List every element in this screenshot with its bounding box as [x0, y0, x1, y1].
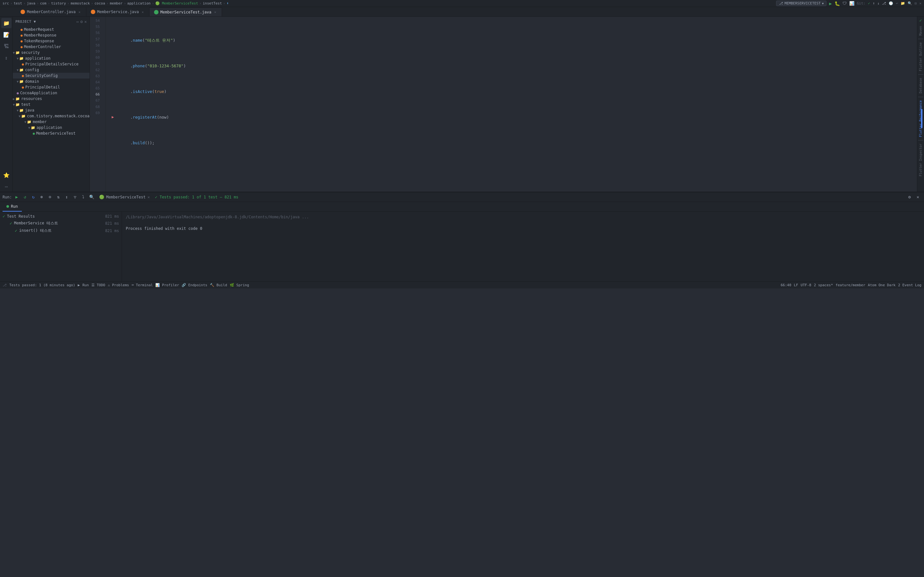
- toggle-collapse-button[interactable]: ⊖: [47, 193, 53, 201]
- tab-membercontroller[interactable]: MemberController.java ✕: [16, 7, 86, 16]
- code-content[interactable]: .name("테스트 유저") .phone("010-1234-5678") …: [106, 17, 917, 192]
- lf-text[interactable]: LF: [794, 283, 798, 287]
- git-up-icon[interactable]: ↑: [873, 1, 875, 5]
- run-green-icon[interactable]: ▶: [829, 1, 832, 6]
- tab-close-icon3[interactable]: ✕: [213, 10, 217, 14]
- tree-item-java2[interactable]: ▼ 📁 java: [13, 107, 89, 113]
- profiler-label[interactable]: 📊 Profiler: [155, 283, 179, 287]
- terminal-label[interactable]: ⌨ Terminal: [132, 283, 153, 287]
- bc-tistory[interactable]: tistory: [51, 1, 66, 5]
- flutter-outline-label[interactable]: Flutter Outline: [919, 41, 922, 73]
- todo-label[interactable]: ☰ TODO: [91, 283, 105, 287]
- bc-com[interactable]: com: [40, 1, 47, 5]
- tree-item-memberservicetest[interactable]: ● MemberServiceTest: [13, 131, 89, 136]
- tree-item-domain[interactable]: ▼ 📁 domain: [13, 79, 89, 84]
- settings-button[interactable]: ⚙: [906, 193, 913, 201]
- problems-label[interactable]: ⚠ Problems: [108, 283, 129, 287]
- bc-memostack[interactable]: memostack: [71, 1, 90, 5]
- sort-alpha-button[interactable]: ⇅: [55, 193, 62, 201]
- tree-item-member2[interactable]: ▼ 📁 member: [13, 119, 89, 125]
- bug-icon[interactable]: 🐛: [835, 1, 840, 6]
- test-case-row[interactable]: ✓ insert() 테스트 821 ms: [0, 227, 121, 234]
- tree-item-membercontroller[interactable]: ● MemberController: [13, 44, 89, 50]
- tree-item-principaldetail[interactable]: ● PrincipalDetail: [13, 84, 89, 90]
- folder-icon[interactable]: 📁: [901, 1, 905, 5]
- tree-item-memberrequest[interactable]: ● MemberRequest: [13, 27, 89, 32]
- sidebar-structure-icon[interactable]: 🏗: [1, 41, 11, 51]
- bc-member[interactable]: member: [110, 1, 123, 5]
- tree-close-icon[interactable]: ✕: [84, 19, 87, 24]
- tab-close-icon2[interactable]: ✕: [141, 10, 145, 14]
- test-root-row[interactable]: ✓ Test Results 821 ms: [0, 213, 121, 219]
- clock-icon[interactable]: 🕐: [889, 1, 893, 5]
- build-label[interactable]: 🔨 Build: [210, 283, 227, 287]
- bc-test[interactable]: test: [14, 1, 23, 5]
- bc-insettest[interactable]: insetTest: [203, 1, 222, 5]
- run-status-icon[interactable]: ▶: [78, 283, 80, 287]
- filter-button[interactable]: ▽: [71, 193, 79, 201]
- bc-cocoa[interactable]: cocoa: [94, 1, 105, 5]
- spring-label[interactable]: 🌿 Spring: [230, 283, 249, 287]
- database-label[interactable]: Database: [919, 77, 922, 95]
- git-icon[interactable]: ⎇: [3, 283, 7, 287]
- test-suite-row[interactable]: ✓ MemberService 테스트 821 ms: [0, 219, 121, 227]
- tree-item-label: MemberRequest: [24, 27, 54, 32]
- tree-item-principaldetailsservice[interactable]: ● PrincipalDetailsService: [13, 61, 89, 67]
- tab-close-icon[interactable]: ✕: [78, 10, 81, 14]
- sidebar-project-icon[interactable]: 📁: [1, 18, 11, 28]
- close-icon[interactable]: ✕: [919, 1, 921, 5]
- tree-item-test[interactable]: ▼ 📁 test: [13, 102, 89, 107]
- tree-item-cocoaapplication[interactable]: ● CocoaApplication: [13, 90, 89, 96]
- tree-item-resources[interactable]: ▶ 📁 resources: [13, 96, 89, 102]
- search-test-button[interactable]: 🔍: [88, 193, 95, 201]
- tab-memberservice[interactable]: MemberService.java ✕: [86, 7, 150, 16]
- bc-java[interactable]: java: [27, 1, 36, 5]
- indent-text[interactable]: 2 spaces*: [814, 283, 833, 287]
- endpoints-label[interactable]: 🔗 Endpoints: [182, 283, 207, 287]
- run-status-label[interactable]: Run: [82, 283, 89, 287]
- encoding-text[interactable]: UTF-8: [801, 283, 811, 287]
- window-icon[interactable]: ⊟: [915, 1, 917, 5]
- tree-item-config[interactable]: ▼ 📁 config: [13, 67, 89, 73]
- event-log-text[interactable]: 2 Event Log: [898, 283, 921, 287]
- sidebar-pullrequest-icon[interactable]: ↕: [1, 53, 11, 63]
- maven-label[interactable]: Maven: [919, 25, 922, 37]
- bc-application[interactable]: application: [128, 1, 151, 5]
- branch-text[interactable]: feature/member: [835, 283, 865, 287]
- flutter-inspector-label[interactable]: Flutter Inspector: [919, 142, 922, 177]
- tree-settings-icon[interactable]: ⚙: [80, 19, 83, 24]
- profile-icon[interactable]: 📊: [849, 1, 855, 6]
- undo-icon[interactable]: ↩: [896, 1, 898, 5]
- tree-item-security[interactable]: ▼ 📁 security: [13, 50, 89, 55]
- tab-memberservicetest[interactable]: MemberServiceTest.java ✕: [150, 7, 222, 16]
- bc-src[interactable]: src: [3, 1, 9, 5]
- bc-memberservicetest[interactable]: 🟢 MemberServiceTest: [155, 1, 198, 5]
- close-panel-button[interactable]: ✕: [914, 193, 921, 201]
- sidebar-commit-icon[interactable]: 📝: [1, 29, 11, 40]
- close-run-icon[interactable]: ✕: [148, 195, 150, 199]
- sidebar-favorites-icon[interactable]: ⭐: [1, 170, 11, 180]
- search-icon[interactable]: 🔍: [908, 1, 912, 5]
- flutter-performance-label[interactable]: Flutter Performance: [919, 99, 922, 138]
- rerun-button[interactable]: ↺: [21, 193, 29, 201]
- tree-item-tokenresponse[interactable]: ● TokenResponse: [13, 38, 89, 44]
- tree-item-memberresponse[interactable]: ● MemberResponse: [13, 32, 89, 38]
- import-button[interactable]: ⤵: [80, 193, 87, 201]
- tree-item-application2[interactable]: ▼ 📁 application: [13, 125, 89, 131]
- git-branch-icon[interactable]: ⎇: [882, 1, 886, 5]
- toggle-expand-button[interactable]: ⊕: [38, 193, 45, 201]
- git-push-icon[interactable]: ↓: [877, 1, 880, 5]
- folder-icon: 📁: [19, 79, 24, 84]
- rerun-failed-button[interactable]: ↻: [30, 193, 37, 201]
- sidebar-more-icon[interactable]: ⋯: [1, 181, 11, 192]
- tree-item-com[interactable]: ▼ 📁 com.tistory.memostack.cocoa: [13, 113, 89, 119]
- run-button[interactable]: ▶: [13, 193, 20, 201]
- collapse-all-icon[interactable]: ⇔: [76, 19, 79, 24]
- sort-dur-button[interactable]: ↕: [63, 193, 70, 201]
- tree-item-application[interactable]: ▼ 📁 application: [13, 55, 89, 61]
- tree-item-securityconfig[interactable]: ● SecurityConfig: [13, 73, 89, 79]
- coverage-icon[interactable]: 🛡: [843, 1, 846, 6]
- branch-badge[interactable]: ⎇ MEMBERSERVICETEST ▼: [776, 1, 827, 6]
- branch-dropdown-icon[interactable]: ▼: [822, 2, 824, 5]
- bottom-tab-run[interactable]: Run: [3, 202, 22, 211]
